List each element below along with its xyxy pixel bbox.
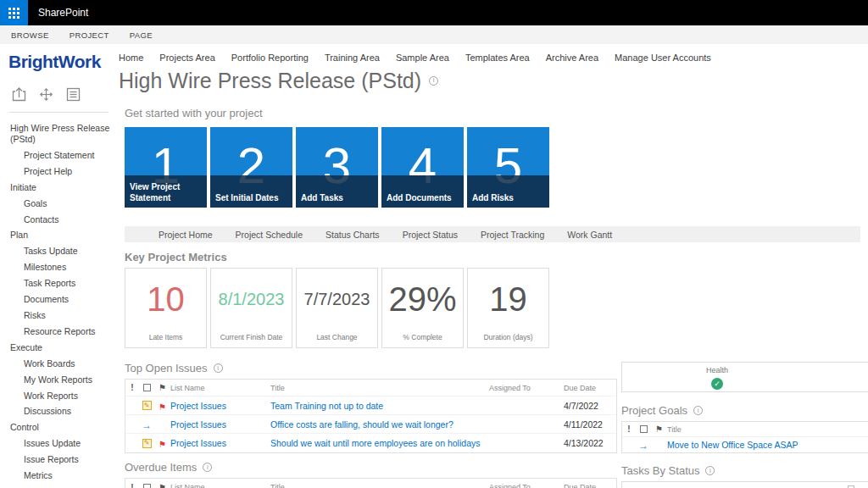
view-tabs: Project Home Project Schedule Status Cha…	[125, 226, 860, 242]
goal-title-link[interactable]: Move to New Office Space ASAP	[667, 440, 868, 450]
sidebar-item-work-boards[interactable]: Work Boards	[0, 356, 119, 372]
sidebar-item-issue-reports[interactable]: Issue Reports	[0, 452, 119, 468]
sidebar-item-discussions[interactable]: Discussions	[0, 404, 119, 420]
tile-label: Set Initial Dates	[215, 193, 290, 204]
sidebar-item-project-statement[interactable]: Project Statement	[0, 147, 119, 164]
tile-add-risks[interactable]: 5 Add Risks	[467, 127, 549, 208]
ribbon-tab-page[interactable]: PAGE	[130, 30, 153, 40]
list-icon[interactable]	[65, 86, 81, 103]
priority-icon[interactable]	[622, 424, 636, 434]
column-title[interactable]: Title	[270, 384, 489, 392]
info-icon[interactable]	[214, 363, 223, 373]
sidebar-item-work-reports[interactable]: Work Reports	[0, 388, 119, 404]
column-title[interactable]: Title	[667, 425, 868, 434]
top-nav-archive-area[interactable]: Archive Area	[546, 53, 598, 63]
info-icon[interactable]	[705, 466, 715, 475]
issue-title-link[interactable]: Office costs are falling, should we wait…	[270, 419, 489, 430]
top-nav-manage-user-accounts[interactable]: Manage User Accounts	[615, 53, 711, 63]
sidebar-item-project-help[interactable]: Project Help	[0, 164, 119, 180]
app-launcher-icon[interactable]	[0, 0, 28, 25]
info-icon[interactable]	[429, 76, 438, 86]
brightwork-logo[interactable]: BrightWork	[0, 44, 119, 72]
sidebar-item-tasks-update[interactable]: Tasks Update	[0, 243, 119, 259]
tab-status-charts[interactable]: Status Charts	[326, 230, 380, 240]
publish-icon[interactable]	[11, 86, 27, 103]
main-content: Home Projects Area Portfolio Reporting T…	[119, 44, 868, 488]
column-due-date[interactable]: Due Date	[564, 384, 616, 392]
issue-title-link[interactable]: Team Training not up to date	[270, 401, 489, 411]
column-list-name[interactable]: List Name	[170, 384, 270, 392]
list-name-link[interactable]: Project Issues	[170, 438, 270, 448]
tab-work-gantt[interactable]: Work Gantt	[567, 230, 612, 240]
sidebar-item-my-work-reports[interactable]: My Work Reports	[0, 372, 119, 388]
metric-label: Current Finish Date	[213, 333, 290, 341]
move-icon[interactable]	[38, 86, 54, 103]
sidebar-item-status-reporting[interactable]: Status Reporting	[0, 484, 119, 488]
sidebar-item-issues-update[interactable]: Issues Update	[0, 435, 119, 452]
info-icon[interactable]	[203, 463, 212, 472]
sidebar-item-execute[interactable]: Execute	[0, 340, 119, 356]
list-name-link[interactable]: Project Issues	[170, 401, 270, 411]
select-all-checkbox[interactable]	[139, 484, 154, 488]
sharepoint-project-page: SharePoint BROWSE PROJECT PAGE BrightWor…	[0, 0, 868, 488]
edit-icon[interactable]	[139, 439, 154, 448]
flag-icon[interactable]	[154, 483, 170, 488]
issue-title-link[interactable]: Should we wait until more employees are …	[270, 438, 489, 448]
sidebar-item-goals[interactable]: Goals	[0, 196, 119, 212]
column-list-name[interactable]: List Name	[170, 483, 270, 488]
sidebar-item-metrics[interactable]: Metrics	[0, 468, 119, 484]
tab-project-schedule[interactable]: Project Schedule	[236, 230, 303, 240]
metric-label: Duration (days)	[470, 333, 547, 341]
suite-bar-title[interactable]: SharePoint	[38, 7, 88, 19]
sidebar-item-task-reports[interactable]: Task Reports	[0, 275, 119, 291]
sidebar-item-risks[interactable]: Risks	[0, 308, 119, 324]
top-nav-home[interactable]: Home	[119, 53, 143, 63]
top-nav-projects-area[interactable]: Projects Area	[159, 53, 214, 63]
metric-value: 29%	[382, 269, 463, 330]
tile-set-initial-dates[interactable]: 2 Set Initial Dates	[210, 127, 292, 208]
top-nav-training-area[interactable]: Training Area	[325, 53, 380, 63]
metric-last-change: 7/7/2023 Last Change	[296, 268, 378, 348]
lower-region: Top Open Issues List Name Title Assigned…	[119, 362, 868, 488]
sidebar-item-milestones[interactable]: Milestones	[0, 259, 119, 275]
select-all-checkbox[interactable]	[139, 384, 154, 391]
tab-project-home[interactable]: Project Home	[159, 230, 213, 240]
column-assigned-to[interactable]: Assigned To	[489, 483, 564, 488]
tab-project-tracking[interactable]: Project Tracking	[481, 230, 544, 240]
overdue-items-title: Overdue Items	[125, 461, 197, 474]
metric-value: 7/7/2023	[297, 269, 377, 330]
info-icon[interactable]	[693, 406, 703, 415]
tile-label: View Project Statement	[130, 182, 204, 203]
sidebar-item-contacts[interactable]: Contacts	[0, 212, 119, 228]
tile-add-documents[interactable]: 4 Add Documents	[381, 127, 464, 208]
top-nav-portfolio-reporting[interactable]: Portfolio Reporting	[231, 53, 309, 63]
flag-icon[interactable]	[154, 383, 170, 392]
flag-icon[interactable]	[651, 424, 667, 434]
arrow-icon	[139, 417, 154, 432]
column-due-date[interactable]: Due Date	[564, 483, 616, 488]
top-nav-templates-area[interactable]: Templates Area	[465, 53, 530, 63]
edit-icon[interactable]	[139, 401, 154, 410]
top-nav-sample-area[interactable]: Sample Area	[396, 53, 449, 63]
column-title[interactable]: Title	[270, 483, 489, 488]
ribbon-tab-browse[interactable]: BROWSE	[11, 30, 49, 40]
metric-value: 8/1/2023	[211, 269, 292, 330]
sidebar-item-resource-reports[interactable]: Resource Reports	[0, 324, 119, 340]
sidebar-item-control[interactable]: Control	[0, 419, 119, 435]
tile-view-project-statement[interactable]: 1 View Project Statement	[125, 127, 207, 208]
project-goals-heading: Project Goals	[621, 404, 868, 417]
ribbon-tab-project[interactable]: PROJECT	[70, 30, 109, 40]
project-goals-table: Title Move to New Office Space ASAP	[621, 421, 868, 453]
column-assigned-to[interactable]: Assigned To	[489, 384, 564, 392]
tile-add-tasks[interactable]: 3 Add Tasks	[296, 127, 378, 208]
select-all-checkbox[interactable]	[636, 425, 651, 433]
health-check-icon[interactable]	[711, 378, 723, 390]
sidebar-item-initiate[interactable]: Initiate	[0, 180, 119, 196]
priority-icon[interactable]	[125, 383, 139, 392]
sidebar-item-project-home[interactable]: High Wire Press Release (PStd)	[0, 120, 119, 147]
list-name-link[interactable]: Project Issues	[170, 419, 270, 430]
sidebar-item-documents[interactable]: Documents	[0, 291, 119, 308]
sidebar-item-plan[interactable]: Plan	[0, 228, 119, 244]
priority-icon[interactable]	[125, 483, 139, 488]
tab-project-status[interactable]: Project Status	[403, 230, 458, 240]
